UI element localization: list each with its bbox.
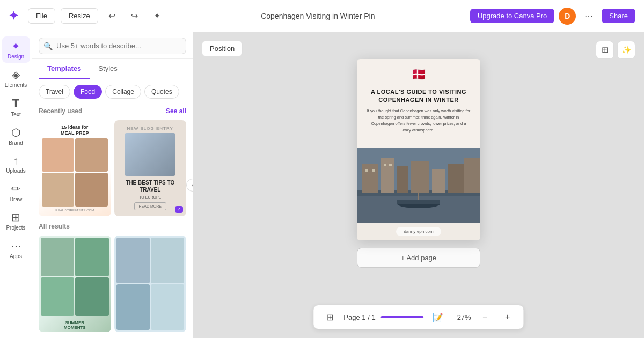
card-meal-photos [42, 138, 108, 207]
main-layout: ✦ Design ◈ Elements T Text ⬡ Brand ↑ Upl… [0, 32, 644, 338]
undo-button[interactable]: ↩ [104, 8, 121, 25]
avatar[interactable]: D [559, 8, 576, 25]
templates-panel: 🔍 Templates Styles Travel Food Collage Q… [32, 32, 193, 338]
template-meal-prep[interactable]: 15 ideas forMEAL PREP REALLYGREATSITE.CO… [39, 120, 111, 216]
design-icon: ✦ [11, 40, 20, 53]
position-button[interactable]: Position [202, 41, 243, 56]
magic-button[interactable]: ✦ [149, 8, 166, 25]
search-wrap: 🔍 [39, 38, 186, 54]
text-icon: T [12, 97, 19, 111]
card-travel-subtitle: TO EUROPE [139, 195, 161, 199]
meal-photo-3 [42, 173, 74, 207]
card-travel-title: THE BEST TIPS TOTRAVEL [126, 179, 174, 193]
card-travel-blog: NEW BLOG ENTRY [127, 126, 173, 131]
recently-used-grid: 15 ideas forMEAL PREP REALLYGREATSITE.CO… [32, 117, 193, 219]
resize-button[interactable]: Resize [61, 8, 98, 24]
page-progress-fill [381, 316, 424, 318]
svg-rect-3 [381, 158, 394, 193]
tag-quotes[interactable]: Quotes [144, 85, 179, 99]
sidebar-item-apps[interactable]: ⋯ Apps [2, 236, 30, 262]
recently-used-label: Recently used [39, 107, 82, 115]
tag-collage[interactable]: Collage [105, 85, 141, 99]
doc-footer: danny-eph.com [357, 223, 480, 240]
card-travel-cta: READ MORE [134, 202, 166, 210]
tag-travel[interactable]: Travel [39, 85, 70, 99]
meal-photo-4 [75, 173, 107, 207]
search-icon: 🔍 [43, 42, 53, 50]
tab-styles[interactable]: Styles [90, 59, 126, 79]
all-results-grid: SUMMERMOMENTS [32, 232, 193, 335]
collage-photo-2 [151, 238, 184, 283]
collage-photo-4 [151, 284, 184, 330]
sidebar-item-projects[interactable]: ⊞ Projects [2, 208, 30, 234]
file-button[interactable]: File [28, 8, 55, 24]
canvas-magic-button[interactable]: ✨ [617, 41, 635, 59]
sidebar-item-projects-label: Projects [6, 225, 25, 231]
card-summer-inner: SUMMERMOMENTS [39, 236, 111, 332]
add-page-button[interactable]: + Add page [357, 248, 480, 268]
zoom-level: 27% [457, 313, 471, 321]
panel-tags: Travel Food Collage Quotes [32, 79, 193, 104]
svg-rect-11 [384, 164, 386, 166]
template-collage[interactable] [114, 236, 187, 332]
meal-photo-2 [75, 138, 107, 172]
apps-icon: ⋯ [11, 239, 21, 252]
sidebar-item-draw[interactable]: ✏ Draw [2, 179, 30, 205]
doc-flag: 🇩🇰 [412, 68, 426, 82]
page-progress-bar [381, 316, 424, 318]
card-collage-inner [114, 236, 187, 332]
search-input[interactable] [39, 38, 186, 54]
sidebar-item-uploads[interactable]: ↑ Uploads [2, 151, 30, 177]
doc-body: If you thought that Copenhagen was only … [367, 108, 471, 134]
svg-rect-5 [411, 161, 429, 193]
svg-rect-9 [365, 169, 368, 172]
meal-photo-1 [42, 138, 74, 172]
sidebar-item-text[interactable]: T Text [2, 93, 30, 121]
all-results-section: All results [32, 219, 193, 232]
upgrade-button[interactable]: Upgrade to Canva Pro [470, 9, 554, 23]
template-summer[interactable]: SUMMERMOMENTS [39, 236, 111, 332]
show-pages-button[interactable]: ⊞ [321, 308, 338, 326]
sidebar-item-uploads-label: Uploads [6, 168, 26, 174]
position-button-wrap: Position [202, 41, 243, 56]
topbar: ✦ File Resize ↩ ↪ ✦ Copenhagen Visiting … [0, 0, 644, 32]
brand-icon: ⬡ [11, 126, 20, 139]
doc-title: Copenhagen Visiting in Winter Pin [171, 12, 465, 20]
svg-rect-7 [448, 164, 464, 193]
svg-rect-15 [397, 200, 440, 204]
draw-icon: ✏ [11, 182, 20, 195]
template-travel[interactable]: NEW BLOG ENTRY THE BEST TIPS TOTRAVEL TO… [114, 120, 187, 216]
doc-photo: TRAVEL [357, 148, 480, 223]
tag-food[interactable]: Food [74, 85, 102, 99]
tab-templates[interactable]: Templates [39, 59, 90, 79]
pro-badge: ✓ [175, 206, 183, 213]
sidebar-item-design[interactable]: ✦ Design [2, 36, 30, 63]
card-meal-footer: REALLYGREATSITE.COM [55, 209, 94, 212]
elements-icon: ◈ [12, 68, 20, 81]
more-button[interactable]: ⋯ [580, 8, 597, 25]
collage-photo-1 [116, 238, 150, 283]
zoom-in-button[interactable]: + [499, 308, 516, 326]
topbar-right: Upgrade to Canva Pro D ⋯ Share [470, 8, 635, 25]
doc-title: A LOCAL'S GUIDE TO VISITINGCOPENHAGEN IN… [367, 88, 471, 105]
card-travel-inner: NEW BLOG ENTRY THE BEST TIPS TOTRAVEL TO… [114, 120, 187, 216]
sidebar-item-brand[interactable]: ⬡ Brand [2, 123, 30, 149]
sidebar-item-design-label: Design [8, 54, 24, 60]
card-summer-label: SUMMERMOMENTS [39, 318, 111, 332]
doc-photo-svg [357, 148, 480, 223]
summer-photo-2 [75, 238, 108, 276]
page-info: Page 1 / 1 [343, 313, 375, 321]
card-meal-inner: 15 ideas forMEAL PREP REALLYGREATSITE.CO… [39, 120, 111, 216]
projects-icon: ⊞ [11, 211, 20, 224]
see-all-link[interactable]: See all [166, 107, 186, 115]
share-button[interactable]: Share [602, 9, 635, 23]
icon-sidebar: ✦ Design ◈ Elements T Text ⬡ Brand ↑ Upl… [0, 32, 32, 338]
zoom-out-button[interactable]: − [477, 308, 494, 326]
canvas-document[interactable]: 🇩🇰 A LOCAL'S GUIDE TO VISITINGCOPENHAGEN… [357, 59, 480, 240]
sidebar-item-elements[interactable]: ◈ Elements [2, 65, 30, 91]
uploads-icon: ↑ [13, 155, 19, 167]
redo-button[interactable]: ↪ [126, 8, 143, 25]
recently-used-section: Recently used See all [32, 104, 193, 117]
canvas-zoom-view-button[interactable]: ⊞ [596, 41, 614, 59]
notes-button[interactable]: 📝 [429, 308, 447, 326]
